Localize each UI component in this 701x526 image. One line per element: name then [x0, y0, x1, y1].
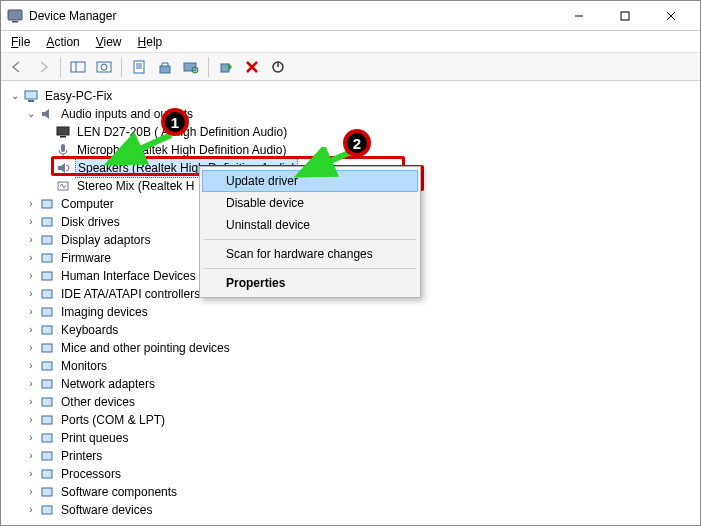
svg-rect-14 [160, 66, 170, 73]
expand-icon[interactable]: › [25, 267, 37, 285]
tree-device-microphone[interactable]: Microph (Realtek High Definition Audio) [9, 141, 698, 159]
svg-rect-3 [621, 12, 629, 20]
tree-device-len[interactable]: LEN D27-20B ( A High Definition Audio) [9, 123, 698, 141]
ctx-disable-device[interactable]: Disable device [202, 192, 418, 214]
expand-icon[interactable]: › [25, 285, 37, 303]
tree-category[interactable]: ›Print queues [9, 429, 698, 447]
expand-icon[interactable]: › [25, 447, 37, 465]
cpu-icon [39, 466, 55, 482]
tree-category[interactable]: ›Software components [9, 483, 698, 501]
tree-label: Software devices [59, 501, 154, 519]
tree-category[interactable]: ›Network adapters [9, 375, 698, 393]
tree-label: IDE ATA/ATAPI controllers [59, 285, 202, 303]
computer-icon [23, 88, 39, 104]
tree-category[interactable]: ›Monitors [9, 357, 698, 375]
microphone-icon [55, 142, 71, 158]
update-driver-button[interactable] [153, 55, 177, 79]
svg-rect-0 [8, 10, 22, 20]
svg-rect-37 [42, 362, 52, 370]
tree-label: Mice and other pointing devices [59, 339, 232, 357]
ctx-scan-hardware[interactable]: Scan for hardware changes [202, 243, 418, 265]
svg-rect-44 [42, 488, 52, 496]
expand-icon[interactable]: › [25, 411, 37, 429]
speaker-icon [55, 160, 71, 176]
tree-label: Network adapters [59, 375, 157, 393]
tree-category[interactable]: ›Printers [9, 447, 698, 465]
menu-help[interactable]: Help [132, 33, 169, 51]
tree-label: Disk drives [59, 213, 122, 231]
svg-rect-30 [42, 236, 52, 244]
tree-category[interactable]: ›Processors [9, 465, 698, 483]
help-button[interactable] [92, 55, 116, 79]
forward-button[interactable] [31, 55, 55, 79]
ide-icon [39, 286, 55, 302]
tree-label: Imaging devices [59, 303, 150, 321]
disable-device-button[interactable] [266, 55, 290, 79]
show-hide-console-tree-button[interactable] [66, 55, 90, 79]
tree-label: Human Interface Devices [59, 267, 198, 285]
enable-device-button[interactable] [214, 55, 238, 79]
ctx-update-driver[interactable]: Update driver [202, 170, 418, 192]
menu-view[interactable]: View [90, 33, 128, 51]
menu-bar: File Action View Help [1, 31, 700, 53]
device-tree[interactable]: ⌄ Easy-PC-Fix ⌄ Audio inputs and outputs… [1, 81, 700, 525]
display-icon [39, 232, 55, 248]
uninstall-device-button[interactable] [240, 55, 264, 79]
svg-rect-23 [57, 127, 69, 135]
svg-rect-28 [42, 200, 52, 208]
svg-rect-17 [221, 64, 229, 72]
expand-icon[interactable]: › [25, 375, 37, 393]
tree-category[interactable]: ›Other devices [9, 393, 698, 411]
printer-icon [39, 430, 55, 446]
tree-category-audio[interactable]: ⌄ Audio inputs and outputs [9, 105, 698, 123]
tree-category[interactable]: ›Imaging devices [9, 303, 698, 321]
close-button[interactable] [648, 1, 694, 31]
expand-icon[interactable]: › [25, 429, 37, 447]
tree-label: Monitors [59, 357, 109, 375]
collapse-icon[interactable]: ⌄ [25, 105, 37, 123]
svg-point-9 [101, 64, 107, 70]
tree-category[interactable]: ›Keyboards [9, 321, 698, 339]
expand-icon[interactable]: › [25, 339, 37, 357]
sw-icon [39, 502, 55, 518]
hid-icon [39, 268, 55, 284]
ctx-properties[interactable]: Properties [202, 272, 418, 294]
expand-icon[interactable]: › [25, 249, 37, 267]
toolbar [1, 53, 700, 81]
expand-icon[interactable]: › [25, 483, 37, 501]
expand-icon[interactable]: › [25, 213, 37, 231]
minimize-button[interactable] [556, 1, 602, 31]
tree-label: Keyboards [59, 321, 120, 339]
menu-file[interactable]: File [5, 33, 36, 51]
back-button[interactable] [5, 55, 29, 79]
ctx-uninstall-device[interactable]: Uninstall device [202, 214, 418, 236]
tree-category[interactable]: ›Mice and other pointing devices [9, 339, 698, 357]
svg-rect-33 [42, 290, 52, 298]
tree-label: Computer [59, 195, 116, 213]
properties-button[interactable] [127, 55, 151, 79]
scan-hardware-button[interactable] [179, 55, 203, 79]
expand-icon[interactable]: › [25, 501, 37, 519]
tree-root[interactable]: ⌄ Easy-PC-Fix [9, 87, 698, 105]
sw-icon [39, 484, 55, 500]
ctx-separator [204, 268, 416, 269]
tree-category[interactable]: ›Software devices [9, 501, 698, 519]
stereo-mix-icon [55, 178, 71, 194]
menu-action[interactable]: Action [40, 33, 85, 51]
expand-icon[interactable]: › [25, 303, 37, 321]
svg-rect-31 [42, 254, 52, 262]
expand-icon[interactable]: › [25, 357, 37, 375]
expand-icon[interactable]: › [25, 231, 37, 249]
app-icon [7, 8, 23, 24]
expand-icon[interactable]: › [25, 195, 37, 213]
expand-icon[interactable]: › [25, 321, 37, 339]
keyboard-icon [39, 322, 55, 338]
expand-icon[interactable]: › [25, 393, 37, 411]
chip-icon [39, 250, 55, 266]
tree-category[interactable]: ›Ports (COM & LPT) [9, 411, 698, 429]
tree-label: Audio inputs and outputs [59, 105, 195, 123]
maximize-button[interactable] [602, 1, 648, 31]
collapse-icon[interactable]: ⌄ [9, 87, 21, 105]
svg-rect-39 [42, 398, 52, 406]
expand-icon[interactable]: › [25, 465, 37, 483]
